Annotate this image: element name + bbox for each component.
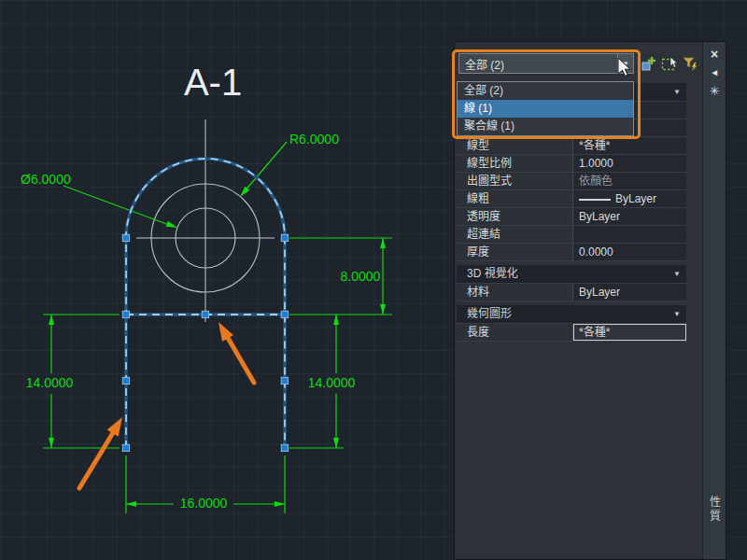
- select-objects-button[interactable]: [660, 54, 679, 73]
- dim-text-8[interactable]: 8.0000: [341, 269, 381, 284]
- dimension-vertical-14-right[interactable]: 14.0000: [289, 315, 356, 448]
- properties-palette: 全部 (2) ▼: [454, 41, 726, 560]
- dropdown-arrow-button[interactable]: ▼: [617, 54, 633, 73]
- property-row-thickness: 厚度 0.0000: [457, 244, 686, 261]
- section-header-3d-visualization[interactable]: 3D 視覺化 ▼: [457, 265, 686, 284]
- dim-text-16[interactable]: 16.0000: [180, 496, 228, 511]
- select-objects-icon: [660, 54, 679, 73]
- property-row-transparency: 透明度 ByLayer: [457, 208, 686, 226]
- collapse-icon: ▼: [668, 83, 686, 101]
- property-row-lineweight: 線粗 ByLayer: [457, 190, 686, 208]
- lineweight-preview: [579, 199, 611, 201]
- dimension-radius-leader[interactable]: R6.0000: [240, 132, 339, 197]
- palette-titlebar: × ◄ ✳ 性質: [702, 42, 726, 559]
- dim-text-14-left[interactable]: 14.0000: [26, 375, 74, 390]
- dimension-vertical-8[interactable]: 8.0000: [289, 238, 392, 315]
- palette-tab[interactable]: 性質: [703, 496, 726, 524]
- drawing-title-text[interactable]: A-1: [184, 62, 242, 103]
- annotation-arrows: [79, 322, 254, 488]
- property-row-length: 長度 *各種*: [457, 324, 686, 342]
- palette-body: 全部 (2) ▼: [455, 42, 702, 559]
- property-row-linetype-scale: 線型比例 1.0000: [457, 155, 686, 173]
- collapse-icon: ▼: [668, 305, 686, 323]
- selection-filter-value: 全部 (2): [459, 56, 617, 72]
- chevron-down-icon: ▼: [622, 60, 629, 68]
- dimension-horizontal-16[interactable]: 16.0000: [126, 455, 285, 513]
- collapse-icon: ▼: [668, 265, 686, 283]
- property-row-linetype: 線型 *各種*: [457, 137, 686, 155]
- property-row-plot-style: 出圖型式 依顏色: [457, 173, 686, 190]
- selection-filter-dropdown[interactable]: 全部 (2) ▼: [458, 53, 634, 74]
- dim-text-radius[interactable]: R6.0000: [289, 132, 339, 147]
- settings-icon[interactable]: ✳: [703, 83, 726, 100]
- quick-select-button[interactable]: [681, 54, 699, 73]
- dim-text-14-right[interactable]: 14.0000: [308, 375, 356, 390]
- filter-option-all[interactable]: 全部 (2): [458, 82, 633, 100]
- filter-option-line[interactable]: 線 (1): [458, 100, 633, 118]
- dim-text-diameter[interactable]: Ø6.0000: [21, 172, 71, 187]
- filter-option-polyline[interactable]: 聚合線 (1): [458, 118, 633, 135]
- pickadd-icon: [640, 54, 658, 73]
- dimension-vertical-14-left[interactable]: 14.0000: [26, 315, 120, 448]
- close-icon[interactable]: ×: [703, 46, 726, 63]
- annotation-arrow-polyline: [79, 417, 122, 488]
- section-header-geometry[interactable]: 幾何圖形 ▼: [457, 305, 686, 324]
- annotation-arrow-line: [218, 322, 254, 383]
- selection-filter-list: 全部 (2) 線 (1) 聚合線 (1): [457, 81, 634, 136]
- property-row-hyperlink: 超連結: [457, 226, 686, 244]
- dimension-diameter-leader[interactable]: Ø6.0000: [21, 172, 177, 228]
- property-row-material: 材料 ByLayer: [457, 284, 686, 301]
- auto-hide-icon[interactable]: ◄: [703, 64, 726, 81]
- toggle-pickadd-button[interactable]: [640, 54, 658, 73]
- quick-select-icon: [681, 54, 699, 73]
